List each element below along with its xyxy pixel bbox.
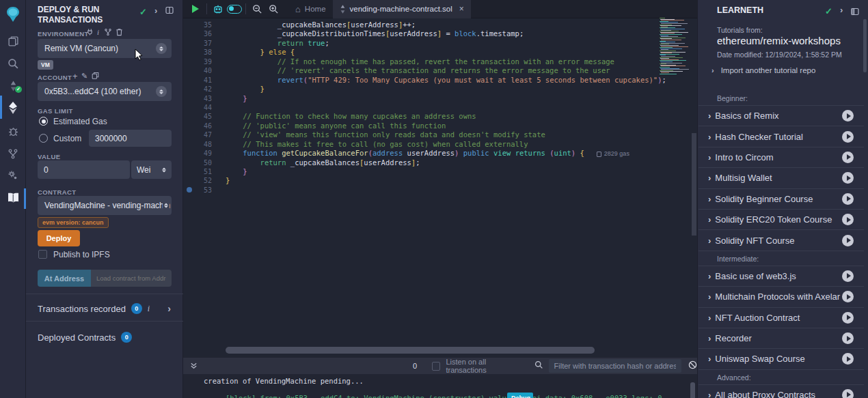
play-tutorial-button[interactable]	[842, 172, 854, 184]
terminal-scrollbar[interactable]	[690, 382, 695, 398]
play-tutorial-button[interactable]	[842, 270, 854, 282]
line-gutter[interactable]: 44	[183, 103, 226, 112]
deploy-run-icon[interactable]	[0, 100, 26, 116]
line-gutter[interactable]: 48	[183, 140, 226, 149]
breakpoint-dot[interactable]	[187, 187, 192, 193]
listen-all-checkbox[interactable]	[432, 362, 440, 371]
editor-horizontal-scrollbar[interactable]	[226, 347, 595, 354]
play-tutorial-button[interactable]	[842, 214, 854, 225]
panel-pin-icon[interactable]	[165, 6, 174, 16]
play-tutorial-button[interactable]	[842, 110, 854, 122]
zoom-in-icon[interactable]	[265, 0, 282, 18]
line-gutter[interactable]: 41	[183, 76, 226, 85]
line-gutter[interactable]: 51	[183, 167, 226, 176]
editor-vertical-scrollbar[interactable]	[692, 133, 696, 236]
tutorial-item-row[interactable]: ›Hash Checker Tutorial	[699, 126, 864, 146]
ai-assistant-icon[interactable]	[210, 0, 226, 18]
line-gutter[interactable]: 37	[183, 39, 226, 48]
line-gutter[interactable]: 36	[183, 29, 226, 38]
code-line[interactable]: 51 }	[183, 167, 697, 176]
tutorial-item-row[interactable]: ›Solidity ERC20 Token Course	[699, 209, 864, 229]
learneth-icon[interactable]	[0, 190, 26, 206]
code-line[interactable]: 46 // 'public' means anyone can call thi…	[183, 122, 697, 130]
at-address-input[interactable]	[91, 270, 172, 287]
publish-ipfs-checkbox[interactable]	[38, 250, 47, 259]
play-tutorial-button[interactable]	[842, 353, 854, 365]
code-line[interactable]: 39 // If not enough time has passed, rev…	[183, 57, 697, 66]
code-line[interactable]: 45 // Function to check how many cupcake…	[183, 112, 697, 121]
tab-file[interactable]: vending-machine-contract.sol ×	[333, 0, 471, 18]
run-script-icon[interactable]	[187, 0, 204, 18]
account-stepper-icon[interactable]	[156, 86, 167, 97]
code-line[interactable]: 35 _cupcakeBalances[userAddress]++;	[183, 20, 697, 29]
zoom-out-icon[interactable]	[249, 0, 265, 18]
play-tutorial-button[interactable]	[842, 131, 854, 143]
tutorial-item-row[interactable]: ›Uniswap Swap Course	[699, 348, 864, 369]
code-line[interactable]: 53	[183, 186, 697, 195]
tutorial-item-row[interactable]: ›NFT Auction Contract	[699, 307, 864, 328]
debugger-icon[interactable]	[0, 123, 26, 139]
line-gutter[interactable]: 45	[183, 112, 226, 121]
environment-info-icon[interactable]: i	[97, 28, 99, 36]
close-tab-icon[interactable]: ×	[459, 4, 464, 14]
custom-gas-radio[interactable]	[39, 134, 48, 143]
terminal-filter-input[interactable]	[549, 359, 681, 373]
import-repo-row[interactable]: › Import another tutorial repo	[711, 66, 815, 74]
play-tutorial-button[interactable]	[842, 312, 854, 324]
learneth-scrollbar[interactable]	[863, 19, 867, 72]
line-gutter[interactable]: 47	[183, 130, 226, 139]
line-gutter[interactable]: 38	[183, 48, 226, 57]
plug-icon[interactable]	[86, 28, 94, 38]
file-explorer-icon[interactable]	[0, 33, 26, 49]
learneth-pin-icon[interactable]	[851, 6, 859, 18]
source-control-icon[interactable]	[0, 145, 26, 162]
tab-home[interactable]: ⌂ Home	[288, 0, 333, 18]
line-gutter[interactable]: 43	[183, 94, 226, 103]
transactions-recorded-row[interactable]: Transactions recorded 0 i ›	[38, 303, 174, 314]
deploy-button[interactable]: Deploy	[38, 230, 80, 246]
tutorial-item-row[interactable]: ›Solidity NFT Course	[699, 229, 864, 250]
custom-gas-input[interactable]	[89, 130, 172, 147]
terminal-collapse-icon[interactable]	[190, 360, 198, 372]
tutorial-item-row[interactable]: ›Multichain Protocols with Axelar	[699, 286, 864, 307]
code-line[interactable]: 36 _cupcakeDistributionTimes[userAddress…	[183, 29, 697, 38]
copy-account-icon[interactable]	[92, 72, 99, 81]
code-line[interactable]: 37 return true;	[183, 39, 697, 48]
code-line[interactable]: 43 }	[183, 94, 697, 103]
code-line[interactable]: 38 } else {	[183, 48, 697, 57]
line-gutter[interactable]: 52	[183, 176, 226, 185]
ai-toggle[interactable]	[226, 0, 243, 18]
code-line[interactable]: 42 }	[183, 85, 697, 94]
tutorial-item-row[interactable]: ›Solidity Beginner Course	[699, 188, 864, 209]
search-icon[interactable]	[0, 55, 26, 72]
environment-stepper-icon[interactable]	[156, 43, 167, 54]
remix-logo-icon[interactable]	[0, 4, 26, 25]
learneth-collapse-icon[interactable]: ›	[840, 5, 843, 15]
code-line[interactable]: 50 return _cupcakeBalances[userAddress];	[183, 158, 697, 167]
tutorial-item-row[interactable]: ›All about Proxy Contracts	[699, 384, 864, 398]
line-gutter[interactable]: 35	[183, 20, 226, 29]
tutorial-item-row[interactable]: ›Recorder	[699, 328, 864, 348]
sign-message-icon[interactable]: ✎	[81, 72, 87, 81]
panel-collapse-icon[interactable]: ›	[154, 5, 157, 16]
transactions-expand-icon[interactable]: ›	[167, 303, 171, 314]
line-gutter[interactable]: 40	[183, 66, 226, 75]
fork-environment-icon[interactable]	[104, 28, 112, 38]
at-address-button[interactable]: At Address	[38, 270, 91, 287]
line-gutter[interactable]: 53	[183, 186, 226, 195]
plugin-manager-icon[interactable]	[0, 167, 26, 184]
line-gutter[interactable]: 46	[183, 122, 226, 130]
code-line[interactable]: 40 // 'revert' cancels the transaction a…	[183, 66, 697, 75]
play-tutorial-button[interactable]	[842, 291, 854, 302]
contract-select[interactable]: VendingMachine - vending-machin	[38, 196, 172, 215]
play-tutorial-button[interactable]	[842, 235, 854, 246]
debug-button[interactable]: Debug	[507, 393, 533, 398]
value-input[interactable]	[38, 160, 130, 179]
transactions-info-icon[interactable]: i	[148, 304, 150, 314]
clear-console-icon[interactable]	[688, 360, 697, 372]
code-line[interactable]: 49 function getCupcakeBalanceFor(address…	[183, 149, 697, 158]
value-unit-select[interactable]: Wei	[131, 160, 172, 179]
estimated-gas-radio[interactable]	[39, 117, 48, 126]
solidity-compiler-icon[interactable]: ✓	[0, 78, 26, 94]
code-line[interactable]: 48 // This makes it free to call (no gas…	[183, 140, 697, 149]
